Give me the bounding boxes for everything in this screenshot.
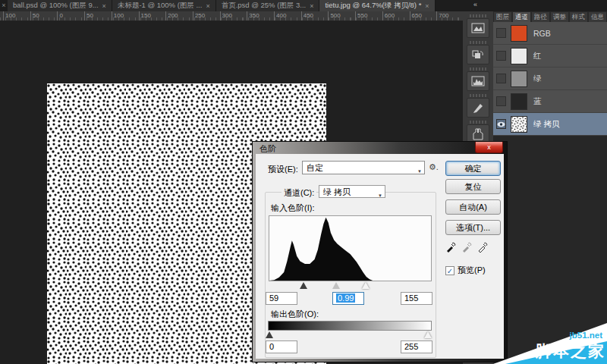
white-point-eyedropper-icon[interactable] [476, 241, 489, 253]
site-watermark: jb51.net 脚本之家 [493, 318, 607, 364]
output-white-slider[interactable] [424, 331, 432, 338]
options-button[interactable]: 选项(T)... [445, 220, 501, 235]
doc-tab-homepage[interactable]: 首页.psd @ 25% (图层 3... × [216, 0, 320, 11]
input-levels-label: 输入色阶(I): [271, 202, 314, 214]
input-black-field[interactable]: 59 [266, 292, 297, 305]
doc-tab-untitled[interactable]: 未标题-1 @ 100% (图层 ... × [112, 0, 216, 11]
ruler-label: 400 [274, 11, 286, 21]
ruler-label: 700 [436, 11, 448, 21]
panel-grip[interactable] [470, 67, 486, 71]
preview-checkbox[interactable]: ✓ 预览(P) [445, 265, 486, 276]
tab-channels[interactable]: 通道 [513, 12, 530, 22]
doc-tab-label: 未标题-1 @ 100% (图层 ... [118, 1, 203, 11]
channel-thumbnail [511, 71, 527, 87]
tab-close-icon[interactable]: × [102, 2, 106, 10]
output-black-field[interactable]: 0 [266, 340, 297, 353]
channel-dropdown[interactable]: 绿 拷贝 ▼ [319, 185, 385, 198]
tab-close-icon[interactable]: × [310, 2, 313, 10]
visibility-toggle-icon[interactable] [496, 51, 506, 61]
preview-label: 预览(P) [458, 265, 486, 276]
doc-tab-ball[interactable]: ball.psd @ 100% (图层 9... × [8, 0, 112, 11]
ruler-label: 650 [410, 11, 422, 21]
navigator-panel-icon[interactable] [467, 18, 489, 38]
histogram-panel-icon[interactable] [467, 71, 489, 91]
output-gradient-bar [268, 321, 432, 331]
histogram [269, 215, 432, 281]
tab-close-icon[interactable]: × [0, 0, 8, 11]
ruler-label: 450 [301, 11, 313, 21]
chevron-down-icon: ▼ [417, 165, 422, 177]
doc-tab-tietu[interactable]: tietu.jpg @ 64.7%(绿 拷贝/8) * × [319, 0, 435, 11]
checkbox-check-icon[interactable]: ✓ [445, 266, 454, 275]
tab-adjustments[interactable]: 调整 [551, 12, 568, 22]
dialog-body: 预设(E): 自定 ▼ ⚙. 确定 复位 自动(A) 选项(T)... [256, 154, 504, 359]
output-black-slider[interactable] [266, 331, 273, 338]
panel-grip[interactable] [470, 121, 486, 124]
doc-tab-label: tietu.jpg @ 64.7%(绿 拷贝/8) * [325, 1, 421, 11]
preset-label: 预设(E): [268, 164, 298, 175]
input-slider-track [269, 281, 432, 290]
eye-icon[interactable] [496, 119, 506, 129]
gamma-slider[interactable] [332, 282, 340, 289]
watermark-site-name: 脚本之家 [536, 340, 605, 362]
input-gamma-field[interactable]: 0.99 [332, 292, 364, 305]
channel-list: RGB 红 绿 蓝 [493, 22, 607, 136]
reset-button[interactable]: 复位 [445, 179, 501, 194]
preset-dropdown[interactable]: 自定 ▼ [302, 161, 425, 174]
channel-row-green[interactable]: 绿 [493, 67, 607, 90]
channel-row-blue[interactable]: 蓝 [493, 90, 607, 113]
notes-panel-icon[interactable] [467, 98, 489, 118]
visibility-toggle-icon[interactable] [496, 96, 506, 106]
close-icon[interactable]: x [475, 142, 503, 153]
tab-styles[interactable]: 样式 [570, 12, 587, 22]
ruler-label: 300 [220, 11, 232, 21]
gray-point-eyedropper-icon[interactable] [461, 241, 473, 253]
ruler-label: 500 [328, 11, 340, 21]
output-white-field[interactable]: 255 [401, 340, 432, 353]
white-point-slider[interactable] [362, 282, 370, 289]
panel-tab-bar: 图层 通道 路径 调整 样式 信息 [493, 11, 607, 22]
ruler-label: 50 [30, 11, 39, 21]
black-point-eyedropper-icon[interactable] [445, 241, 457, 253]
doc-tab-label: 首页.psd @ 25% (图层 3... [222, 1, 307, 11]
ruler-label: 0 [57, 11, 62, 21]
tab-layers[interactable]: 图层 [494, 12, 511, 22]
levels-dialog: 色阶 x 预设(E): 自定 ▼ ⚙. 确定 复位 自动(A) 选项(T)... [252, 141, 508, 362]
channel-row-green-copy[interactable]: 绿 拷贝 [493, 113, 607, 136]
output-levels-label: 输出色阶(O): [271, 309, 319, 320]
ruler-label: 200 [165, 11, 178, 21]
tab-close-icon[interactable]: × [425, 2, 429, 10]
input-white-field[interactable]: 155 [401, 292, 432, 305]
panel-grip[interactable] [470, 14, 486, 17]
dialog-title-bar[interactable]: 色阶 x [253, 142, 507, 154]
visibility-toggle-icon[interactable] [496, 74, 506, 83]
panel-grip[interactable] [470, 94, 486, 97]
tab-paths[interactable]: 路径 [532, 12, 549, 22]
tab-info[interactable]: 信息 [589, 12, 606, 22]
channel-thumbnail [511, 93, 527, 110]
preset-options-gear-icon[interactable]: ⚙. [429, 162, 439, 172]
channel-label: RGB [533, 29, 551, 38]
channel-thumbnail [511, 48, 527, 64]
ruler-label: 600 [382, 11, 395, 21]
channel-thumbnail [511, 25, 527, 42]
document-tab-bar: × ball.psd @ 100% (图层 9... × 未标题-1 @ 100… [0, 0, 607, 11]
channel-row-rgb[interactable]: RGB [493, 22, 607, 45]
ruler-label: 550 [355, 11, 367, 21]
channel-label: 绿 [533, 74, 542, 84]
channel-row-red[interactable]: 红 [493, 45, 607, 67]
channel-select-label: 通道(C): [281, 187, 316, 199]
clone-source-panel-icon[interactable] [467, 45, 489, 64]
doc-tab-label: ball.psd @ 100% (图层 9... [13, 1, 99, 11]
dialog-title: 色阶 [259, 143, 276, 155]
channel-label: 绿 拷贝 [533, 119, 559, 130]
collapse-panels-icon[interactable]: « [473, 1, 476, 8]
channel-label: 蓝 [533, 96, 542, 107]
panel-grip[interactable] [470, 41, 486, 44]
auto-button[interactable]: 自动(A) [445, 199, 501, 215]
ok-button[interactable]: 确定 [445, 161, 501, 176]
visibility-toggle-icon[interactable] [496, 28, 506, 38]
tab-close-icon[interactable]: × [206, 2, 209, 10]
ruler-label: 150 [139, 11, 151, 21]
black-point-slider[interactable] [300, 282, 307, 289]
